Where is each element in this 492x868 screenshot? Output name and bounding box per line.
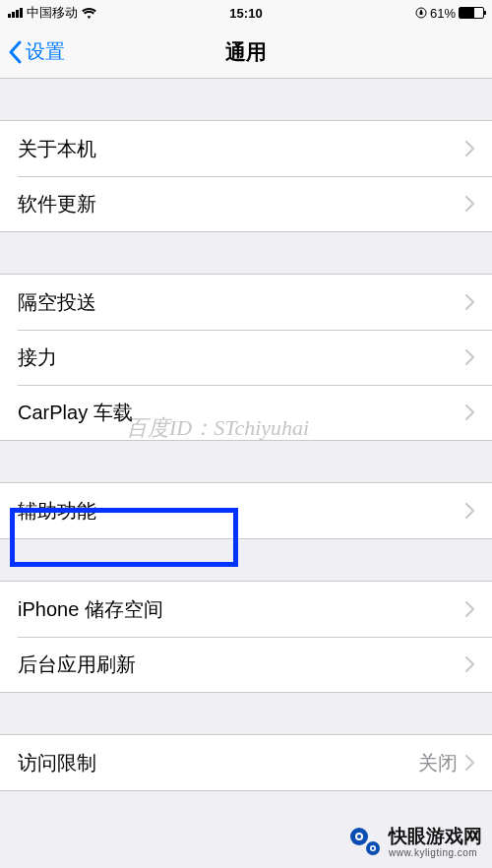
svg-point-3 xyxy=(357,835,361,838)
chevron-right-icon xyxy=(465,141,474,156)
battery-icon xyxy=(459,7,484,19)
cell-restrictions[interactable]: 访问限制 关闭 xyxy=(0,735,492,790)
watermark-brand: 快眼游戏网 www.kyligting.com xyxy=(347,823,482,858)
section-restrictions: 访问限制 关闭 xyxy=(0,734,492,791)
back-label: 设置 xyxy=(26,38,65,65)
cell-carplay[interactable]: CarPlay 车载 xyxy=(0,385,492,440)
chevron-right-icon xyxy=(465,503,474,519)
chevron-right-icon xyxy=(465,601,474,617)
cell-software-update[interactable]: 软件更新 xyxy=(0,176,492,231)
status-left: 中国移动 xyxy=(8,4,166,22)
page-title: 通用 xyxy=(225,38,267,66)
nav-bar: 设置 通用 xyxy=(0,26,492,79)
chevron-right-icon xyxy=(465,349,474,365)
cell-label: 软件更新 xyxy=(18,191,465,217)
cell-label: 访问限制 xyxy=(18,750,418,776)
cell-airdrop[interactable]: 隔空投送 xyxy=(0,275,492,330)
svg-point-6 xyxy=(372,847,375,850)
section-accessibility: 辅助功能 xyxy=(0,482,492,539)
status-time: 15:10 xyxy=(166,6,325,21)
svg-point-5 xyxy=(370,845,376,851)
chevron-right-icon xyxy=(465,404,474,420)
back-button[interactable]: 设置 xyxy=(8,38,65,65)
cell-label: 接力 xyxy=(18,344,465,371)
orientation-lock-icon xyxy=(415,7,427,19)
svg-point-2 xyxy=(355,833,363,840)
brand-url: www.kyligting.com xyxy=(389,847,482,858)
cell-handoff[interactable]: 接力 xyxy=(0,330,492,385)
carrier-label: 中国移动 xyxy=(27,4,78,22)
cell-label: 辅助功能 xyxy=(18,498,465,525)
cell-label: 后台应用刷新 xyxy=(18,651,465,678)
brand-logo-icon xyxy=(347,823,383,858)
cell-accessibility[interactable]: 辅助功能 xyxy=(0,483,492,538)
cell-background-refresh[interactable]: 后台应用刷新 xyxy=(0,637,492,692)
wifi-icon xyxy=(82,8,96,19)
cell-about[interactable]: 关于本机 xyxy=(0,121,492,176)
chevron-right-icon xyxy=(465,755,474,771)
cell-value: 关闭 xyxy=(418,750,458,776)
section-about: 关于本机 软件更新 xyxy=(0,120,492,232)
svg-point-4 xyxy=(366,841,380,855)
cell-label: CarPlay 车载 xyxy=(18,400,465,426)
brand-name: 快眼游戏网 xyxy=(389,824,482,849)
section-connectivity: 隔空投送 接力 CarPlay 车载 xyxy=(0,274,492,441)
battery-pct: 61% xyxy=(430,6,456,21)
status-bar: 中国移动 15:10 61% xyxy=(0,0,492,26)
chevron-right-icon xyxy=(465,294,474,310)
status-right: 61% xyxy=(326,6,484,21)
svg-point-1 xyxy=(350,828,368,845)
cell-label: 关于本机 xyxy=(18,136,465,162)
chevron-right-icon xyxy=(465,656,474,672)
signal-icon xyxy=(8,8,23,18)
cell-storage[interactable]: iPhone 储存空间 xyxy=(0,582,492,637)
section-storage: iPhone 储存空间 后台应用刷新 xyxy=(0,581,492,693)
cell-label: iPhone 储存空间 xyxy=(18,596,465,623)
back-chevron-icon xyxy=(8,40,22,64)
cell-label: 隔空投送 xyxy=(18,289,465,316)
chevron-right-icon xyxy=(465,196,474,212)
